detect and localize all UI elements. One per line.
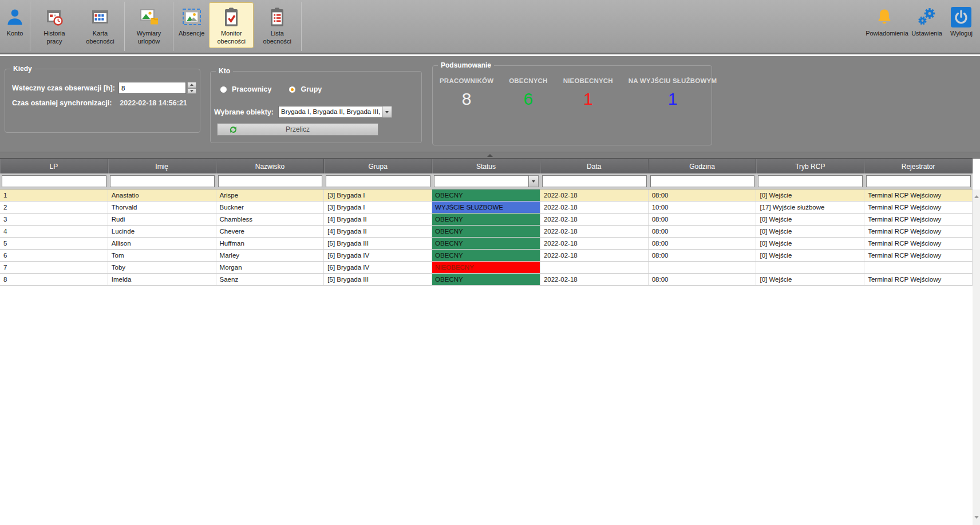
cell-rejestrator: Terminal RCP Wejściowy [864, 250, 973, 261]
toolbar-button-ustawienia[interactable]: Ustawienia [908, 2, 946, 48]
cell-imi: Anastatio [108, 190, 216, 201]
cell-lp: 8 [0, 274, 108, 285]
cell-nazwisko: Morgan [216, 262, 325, 273]
grid-filter-row [0, 173, 973, 190]
table-row[interactable]: 8ImeldaSaenz[5] Brygada IIIOBECNY2022-02… [0, 274, 973, 286]
scrollbar-up-button[interactable] [973, 192, 980, 201]
toolbar-button-karta-obecno-ci[interactable]: Karta obecności [78, 2, 122, 48]
table-row[interactable]: 4LucindeChevere[4] Brygada IIOBECNY2022-… [0, 226, 973, 238]
summary-stat-na-wyj-ciu-s-u-bowym: NA WYJŚCIU SŁUŻBOWYM1 [629, 77, 717, 109]
toolbar-button-wymiary-urlop-w[interactable]: Wymiary urlopów [127, 2, 171, 48]
toolbar-button-label: Lista obecności [258, 30, 296, 46]
filter-input-lp[interactable] [2, 175, 106, 187]
filter-input-data[interactable] [542, 175, 647, 187]
toolbar-button-konto[interactable]: Konto [2, 2, 28, 48]
filter-input-rejestrator[interactable] [866, 175, 971, 187]
table-row[interactable]: 7TobyMorgan[6] Brygada IVNIEOBECNY [0, 262, 973, 274]
main-toolbar: KontoHistoria pracyKarta obecnościWymiar… [0, 0, 980, 54]
stepper-up-button[interactable] [187, 82, 196, 88]
toolbar-button-label: Wyloguj [950, 30, 973, 38]
cell-lp: 6 [0, 250, 108, 261]
image-folder-icon [139, 6, 159, 29]
radio-pracownicy[interactable] [220, 86, 227, 93]
cell-godzina: 08:00 [649, 274, 757, 285]
table-row[interactable]: 6TomMarley[6] Brygada IVOBECNY2022-02-18… [0, 250, 973, 262]
recalculate-button[interactable]: Przelicz [217, 123, 378, 136]
scroll-up-icon [974, 195, 979, 198]
table-row[interactable]: 3RudiChambless[4] Brygada IIOBECNY2022-0… [0, 214, 973, 226]
column-header-grupa[interactable]: Grupa [324, 159, 432, 173]
cell-status: NIEOBECNY [432, 262, 540, 273]
filter-input-tryb-rcp[interactable] [758, 175, 863, 187]
selected-objects-label: Wybrane obiekty: [214, 108, 274, 116]
scrollbar-down-button[interactable] [973, 512, 980, 522]
cell-imi: Thorvald [108, 202, 216, 213]
cell-imi: Tom [108, 250, 216, 261]
toolbar-button-wyloguj[interactable]: Wyloguj [947, 2, 976, 48]
column-header-data[interactable]: Data [540, 159, 649, 173]
filter-cell-lp [0, 173, 108, 189]
cell-data: 2022-02-18 [540, 226, 649, 237]
cell-godzina: 08:00 [649, 190, 757, 201]
column-header-godzina[interactable]: Godzina [649, 159, 757, 173]
table-row[interactable]: 5AllisonHuffman[5] Brygada IIIOBECNY2022… [0, 238, 973, 250]
arrow-up-icon [190, 84, 193, 86]
combobox-dropdown-button[interactable] [382, 106, 392, 118]
cell-nazwisko: Chevere [216, 226, 325, 237]
cell-nazwisko: Buckner [216, 202, 325, 213]
cell-lp: 3 [0, 214, 108, 225]
toolbar-button-lista-obecno-ci[interactable]: Lista obecności [255, 2, 299, 48]
table-row[interactable]: 2ThorvaldBuckner[3] Brygada IWYJŚCIE SŁU… [0, 202, 973, 214]
status-filter-dropdown-button[interactable] [529, 175, 539, 187]
toolbar-left-group: KontoHistoria pracyKarta obecnościWymiar… [1, 2, 303, 51]
filter-cell-imi [108, 173, 216, 189]
toolbar-button-absencje[interactable]: Absencje [175, 2, 208, 48]
toolbar-right-group: PowiadomieniaUstawieniaWyloguj [862, 2, 977, 49]
column-header-rejestrator[interactable]: Rejestrator [864, 159, 973, 173]
arrow-down-icon [190, 90, 193, 92]
kto-panel-legend: Kto [216, 67, 233, 75]
column-header-status[interactable]: Status [432, 159, 540, 173]
summary-stat-value: 1 [629, 89, 717, 109]
column-header-nazwisko[interactable]: Nazwisko [216, 159, 325, 173]
cell-rejestrator: Terminal RCP Wejściowy [864, 226, 973, 237]
selected-objects-value[interactable]: Brygada I, Brygada II, Brygada III, Bry [278, 106, 382, 118]
attendance-grid: LPImięNazwiskoGrupaStatusDataGodzinaTryb… [0, 159, 973, 286]
column-header-imi[interactable]: Imię [108, 159, 216, 173]
cell-rejestrator: Terminal RCP Wejściowy [864, 238, 973, 249]
vertical-scrollbar[interactable] [973, 190, 980, 525]
cell-status: OBECNY [432, 250, 540, 261]
filter-cell-rejestrator [864, 173, 973, 189]
cell-tryb-rcp: [0] Wejście [756, 250, 864, 261]
filter-input-grupa[interactable] [326, 175, 430, 187]
cell-status: OBECNY [432, 274, 540, 285]
stepper-down-button[interactable] [187, 88, 196, 94]
column-header-tryb-rcp[interactable]: Tryb RCP [756, 159, 864, 173]
cell-status: WYJŚCIE SŁUŻBOWE [432, 202, 540, 213]
filter-input-imi[interactable] [110, 175, 215, 187]
splitter-collapse-handle[interactable] [487, 154, 493, 157]
filter-cell-tryb-rcp [756, 173, 864, 189]
bell-icon [875, 6, 894, 29]
panel-splitter[interactable] [0, 152, 980, 159]
summary-panel: Podsumowanie PRACOWNIKÓW8OBECNYCH6NIEOBE… [432, 65, 712, 145]
observation-time-input[interactable] [118, 82, 186, 94]
filter-input-nazwisko[interactable] [218, 175, 323, 187]
cell-data: 2022-02-18 [540, 250, 649, 261]
toolbar-button-monitor-obecno-ci[interactable]: Monitor obecności [209, 2, 254, 48]
toolbar-button-powiadomienia[interactable]: Powiadomienia [862, 2, 907, 48]
filter-input-status[interactable] [434, 175, 529, 187]
power-icon [950, 6, 972, 29]
cell-nazwisko: Chambless [216, 214, 325, 225]
kiedy-panel: Kiedy Wsteczny czas obserwacji [h]: Czas… [5, 69, 200, 133]
status-badge: OBECNY [432, 238, 540, 249]
grid-header-row: LPImięNazwiskoGrupaStatusDataGodzinaTryb… [0, 159, 973, 173]
column-header-lp[interactable]: LP [0, 159, 108, 173]
radio-grupy[interactable] [289, 86, 296, 93]
cell-nazwisko: Arispe [216, 190, 325, 201]
table-row[interactable]: 1AnastatioArispe[3] Brygada IOBECNY2022-… [0, 190, 973, 202]
selected-objects-combobox[interactable]: Brygada I, Brygada II, Brygada III, Bry [278, 106, 392, 118]
filter-input-godzina[interactable] [650, 175, 755, 187]
toolbar-button-historia-pracy[interactable]: Historia pracy [32, 2, 77, 48]
clipboard-list-icon [268, 6, 286, 29]
